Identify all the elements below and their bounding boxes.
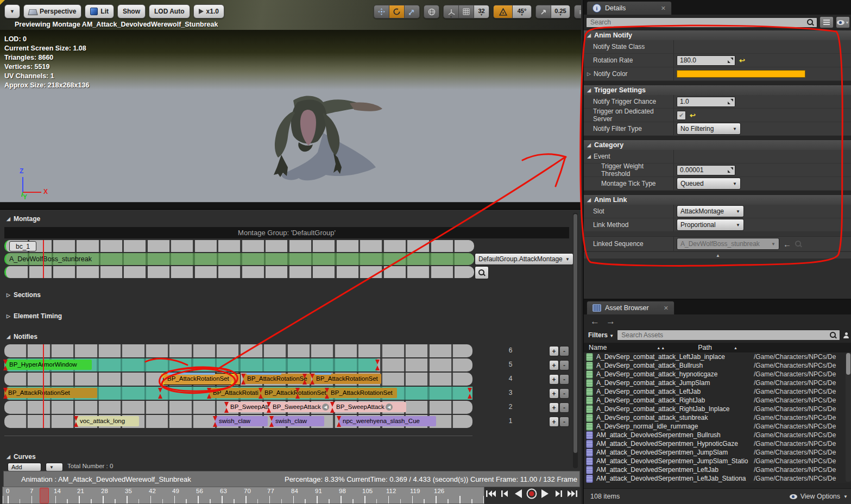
- notify-marker-pin[interactable]: [259, 388, 263, 399]
- asset-row[interactable]: A_DevSerp_combat_attack_Bullrush/Game/Ch…: [584, 361, 840, 370]
- asset-list-scrollbar[interactable]: [846, 352, 851, 482]
- creature-model[interactable]: [217, 81, 407, 204]
- grid-snap-toggle-button[interactable]: [459, 5, 474, 18]
- montage-empty-track[interactable]: [4, 266, 474, 278]
- browse-to-asset-icon[interactable]: [795, 241, 802, 248]
- scale-tool-button[interactable]: [405, 5, 419, 18]
- remove-track-button[interactable]: -: [559, 388, 569, 399]
- notifies-header[interactable]: ◢ Notifies: [7, 333, 37, 341]
- use-selected-arrow-icon[interactable]: ←: [783, 240, 791, 249]
- remove-track-button[interactable]: -: [559, 346, 569, 356]
- reset-to-default-icon[interactable]: ↩: [690, 111, 696, 119]
- notify-marker-pin[interactable]: [241, 374, 246, 385]
- details-search-box[interactable]: [586, 17, 817, 28]
- montage-search-button[interactable]: [475, 266, 489, 279]
- animation-viewport[interactable]: ▼ Perspective Lit Show LOD Auto x1.0: [0, 0, 581, 209]
- notify-attack-rotation-set-selected[interactable]: BP_AttackRotationSet: [163, 373, 241, 385]
- asset-row[interactable]: A_DevSerp_combat_attack_RightJab_Inplace…: [584, 405, 840, 413]
- notify-sweep-attack[interactable]: BP_SweepAttack◀: [269, 402, 336, 412]
- column-path[interactable]: Path: [698, 344, 712, 351]
- sections-header[interactable]: ▷ Sections: [7, 291, 41, 299]
- montage-scrollbar[interactable]: [573, 213, 578, 468]
- filters-button[interactable]: Filters ▼: [588, 331, 614, 339]
- close-icon[interactable]: ✕: [664, 305, 669, 312]
- asset-row[interactable]: AM_attack_DevolvedSerpentmen_LeftJab_Sta…: [584, 474, 840, 483]
- asset-row[interactable]: A_DevSerp_combat_attack_RightJab/Game/Ch…: [584, 396, 840, 405]
- notify-marker-pin[interactable]: [337, 416, 342, 427]
- viewport-options-button[interactable]: ▼: [4, 4, 20, 18]
- asset-search-input[interactable]: [620, 331, 830, 339]
- timeline-ruler[interactable]: 0 7 14 21 28 35 42 49 56 63 70 77 84 91 …: [2, 487, 484, 504]
- notify-attack-rotation-set[interactable]: BP_AttackRotationSet: [4, 388, 97, 398]
- asset-row[interactable]: A_DevSerp_combat_attack_JumpSlam/Game/Ch…: [584, 379, 840, 387]
- close-icon[interactable]: ✕: [661, 5, 666, 12]
- notify-marker-pin[interactable]: [310, 374, 315, 385]
- back-arrow-icon[interactable]: ←: [590, 316, 600, 327]
- view-options-button[interactable]: View Options ▼: [790, 493, 848, 500]
- notify-marker-pin[interactable]: [213, 416, 218, 427]
- add-track-button[interactable]: +: [549, 374, 559, 385]
- drag-spinner-icon[interactable]: [728, 167, 733, 173]
- notify-marker-pin[interactable]: [207, 388, 212, 399]
- notify-track-4[interactable]: BP_AttackRotationSet BP_AttackRotationSe…: [4, 373, 472, 386]
- asset-row[interactable]: AM_attack_DevolvedSerpentmen_HypnoticGaz…: [584, 439, 840, 448]
- step-backward-button[interactable]: [499, 488, 510, 500]
- go-to-start-button[interactable]: [485, 488, 497, 500]
- ruler-playhead-handle[interactable]: [40, 488, 49, 503]
- tab-details[interactable]: i Details ✕: [587, 1, 672, 15]
- column-name[interactable]: Name: [589, 344, 607, 351]
- notify-marker-pin-selected[interactable]: [161, 374, 166, 385]
- dedicated-server-checkbox[interactable]: ✔: [677, 111, 686, 120]
- reset-to-default-icon[interactable]: ↩: [739, 56, 745, 65]
- remove-track-button[interactable]: -: [559, 402, 569, 413]
- linked-sequence-dropdown[interactable]: A_DevWolfBoss_stunbreak ▼: [677, 238, 779, 250]
- add-track-button[interactable]: +: [549, 402, 559, 413]
- lod-auto-button[interactable]: LOD Auto: [149, 4, 190, 18]
- notify-voc-attack-long[interactable]: voc_attack_long: [76, 416, 139, 426]
- asset-row[interactable]: A_DevSerp_combat_attack_LeftJab_inplace/…: [584, 352, 840, 361]
- link-method-dropdown[interactable]: Proportional ▼: [677, 219, 744, 231]
- notify-attack-rotation-set[interactable]: BP_AttackRotationSet: [327, 388, 397, 398]
- slot-dropdown[interactable]: AttackMontage ▼: [677, 205, 744, 217]
- notify-marker-pin[interactable]: [375, 360, 380, 370]
- details-search-input[interactable]: [589, 18, 807, 27]
- asset-list-scrollbar-thumb[interactable]: [846, 353, 850, 375]
- drag-spinner-icon[interactable]: [728, 99, 733, 104]
- notify-attack-rotation-set[interactable]: BP_AttackRotati: [209, 388, 263, 398]
- drag-spinner-icon[interactable]: [728, 58, 733, 63]
- asset-row[interactable]: A_DevSerp_combat_attack_stunbreak/Game/C…: [584, 413, 840, 422]
- notify-filter-type-dropdown[interactable]: No Filtering ▼: [677, 123, 741, 135]
- notify-swish-claw[interactable]: swish_claw: [272, 416, 324, 426]
- trigger-chance-input[interactable]: 1.0: [677, 97, 735, 107]
- go-to-end-button[interactable]: [566, 488, 578, 500]
- curves-add-button[interactable]: Add: [8, 463, 41, 471]
- step-forward-button[interactable]: [553, 488, 565, 500]
- tab-asset-browser[interactable]: Asset Browser ✕: [587, 301, 675, 314]
- montage-slot-bc1[interactable]: bc_1: [9, 241, 36, 251]
- notify-track-3[interactable]: BP_AttackRotationSet BP_AttackRotati BP_…: [4, 387, 472, 400]
- play-button[interactable]: [539, 488, 551, 500]
- playback-speed-button[interactable]: x1.0: [193, 4, 224, 18]
- notify-marker-pin[interactable]: [267, 402, 272, 413]
- remove-track-button[interactable]: -: [559, 360, 569, 370]
- timeline-playhead-line[interactable]: [43, 344, 44, 428]
- notify-marker-pin[interactable]: [224, 402, 229, 413]
- rotation-snap-value-button[interactable]: 45°▾: [513, 5, 531, 18]
- row-event[interactable]: ◢ Event: [584, 150, 851, 163]
- grid-snap-size-button[interactable]: 32▾: [474, 5, 489, 18]
- add-track-button[interactable]: +: [549, 417, 559, 427]
- asset-search-box[interactable]: [617, 330, 840, 341]
- details-view-mode-button[interactable]: [820, 16, 834, 28]
- notify-swish-claw[interactable]: swish_claw: [215, 416, 268, 426]
- notify-attack-rotation-set[interactable]: BP_AttackRotationSet: [312, 374, 381, 384]
- curves-header[interactable]: ◢ Curves: [7, 453, 36, 461]
- notify-marker-pin[interactable]: [302, 374, 307, 385]
- notify-hyper-armor-window[interactable]: BP_HyperArmorWindow: [5, 360, 92, 370]
- camera-speed-button[interactable]: [575, 5, 581, 18]
- notify-slash-cue[interactable]: npc_werehyena_slash_Cue: [339, 416, 436, 426]
- notify-marker-pin[interactable]: [330, 402, 335, 413]
- notify-marker-pin-selected[interactable]: [230, 374, 235, 385]
- remove-track-button[interactable]: -: [559, 374, 569, 385]
- montage-sequence-track[interactable]: A_DevWolfBoss_stunbreak: [4, 253, 474, 265]
- notify-track-5[interactable]: BP_HyperArmorWindow: [4, 358, 472, 371]
